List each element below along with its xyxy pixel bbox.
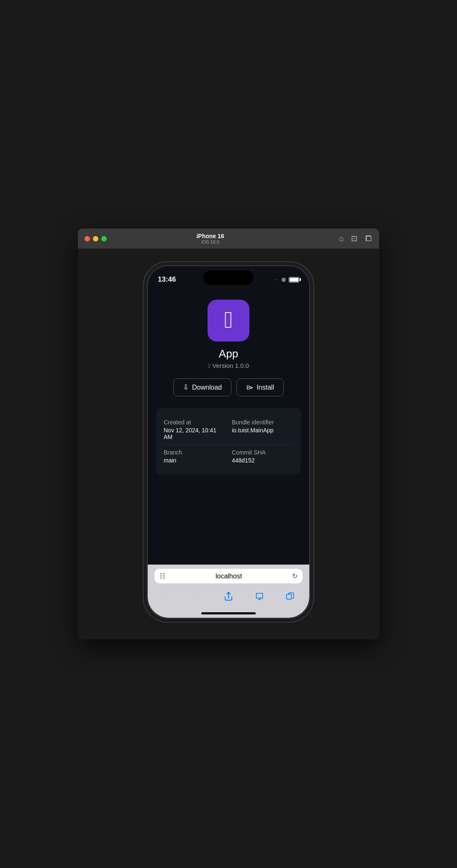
tabs-button[interactable]	[282, 589, 298, 603]
app-version:  Version 1.0.0	[208, 362, 249, 369]
version-text: Version 1.0.0	[212, 362, 249, 369]
bundle-value: io.tuist.MainApp	[232, 427, 293, 434]
device-info: iPhone 16 iOS 18.0	[87, 233, 334, 244]
browser-toolbar: ‹ ›	[154, 588, 303, 605]
device-os: iOS 18.0	[87, 239, 334, 244]
info-row-1: Created at Nov 12, 2024, 10:41 AM Bundle…	[164, 415, 293, 444]
home-icon[interactable]: ⌂	[339, 234, 344, 243]
info-section: Created at Nov 12, 2024, 10:41 AM Bundle…	[156, 408, 301, 475]
share-button[interactable]	[220, 589, 237, 603]
camera-icon[interactable]: ⊡	[351, 234, 357, 243]
branch-cell: Branch main	[164, 449, 225, 464]
commit-cell: Commit SHA 448d152	[232, 449, 293, 464]
status-time: 13:46	[158, 275, 176, 284]
download-icon: ⇩	[183, 383, 189, 392]
created-at-value: Nov 12, 2024, 10:41 AM	[164, 427, 225, 440]
info-row-2: Branch main Commit SHA 448d152	[164, 444, 293, 468]
branch-value: main	[164, 457, 225, 464]
iphone-frame-container: 13:46 ··· ⊛  App 	[78, 249, 379, 639]
download-button[interactable]: ⇩ Download	[173, 378, 231, 396]
home-indicator	[201, 612, 256, 614]
refresh-icon[interactable]: ↻	[292, 572, 298, 580]
app-content:  App  Version 1.0.0 ⇩ Download ⌲	[148, 287, 309, 475]
created-at-label: Created at	[164, 419, 225, 426]
simulator-titlebar: iPhone 16 iOS 18.0 ⌂ ⊡ ⧠	[78, 229, 379, 249]
wifi-icon: ⊛	[281, 276, 286, 283]
commit-value: 448d152	[232, 457, 293, 464]
commit-label: Commit SHA	[232, 449, 293, 456]
install-label: Install	[257, 384, 274, 391]
tabs-list-icon[interactable]: ☷	[159, 572, 165, 580]
bottom-bar: ☷ localhost ↻ ‹ ›	[148, 565, 309, 618]
iphone-frame: 13:46 ··· ⊛  App 	[147, 265, 310, 619]
dynamic-island	[203, 270, 254, 285]
svg-rect-0	[287, 594, 292, 599]
url-text[interactable]: localhost	[169, 573, 289, 580]
url-bar: ☷ localhost ↻	[154, 569, 303, 583]
status-right: ··· ⊛	[273, 276, 299, 283]
battery-icon	[289, 277, 299, 282]
action-buttons: ⇩ Download ⌲ Install	[173, 378, 284, 396]
titlebar-icons: ⌂ ⊡ ⧠	[339, 234, 372, 243]
created-at-cell: Created at Nov 12, 2024, 10:41 AM	[164, 419, 225, 440]
forward-button[interactable]: ›	[190, 589, 206, 603]
simulator-window: iPhone 16 iOS 18.0 ⌂ ⊡ ⧠ 13:46 ··· ⊛	[78, 229, 379, 639]
bundle-cell: Bundle identifier io.tuist.MainApp	[232, 419, 293, 440]
bundle-label: Bundle identifier	[232, 419, 293, 426]
bookmarks-button[interactable]	[251, 589, 268, 603]
install-button[interactable]: ⌲ Install	[236, 378, 284, 396]
back-button[interactable]: ‹	[159, 589, 175, 603]
app-name: App	[219, 347, 238, 360]
signal-dots: ···	[273, 278, 279, 282]
branch-label: Branch	[164, 449, 225, 456]
screen-icon[interactable]: ⧠	[365, 234, 372, 243]
device-name: iPhone 16	[87, 233, 334, 239]
apple-logo-icon: 	[224, 308, 233, 331]
app-icon: 	[208, 300, 249, 342]
version-apple-icon: 	[208, 362, 210, 369]
download-label: Download	[192, 384, 222, 391]
install-icon: ⌲	[246, 383, 253, 392]
